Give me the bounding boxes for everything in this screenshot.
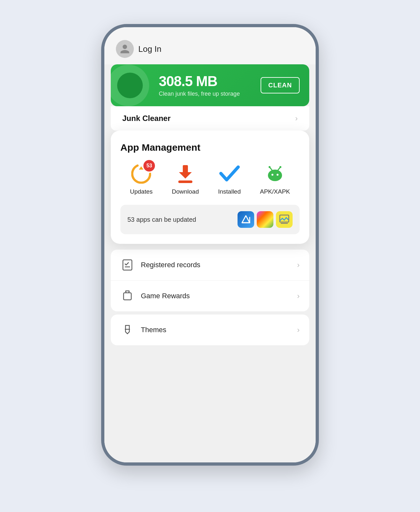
svg-point-5 xyxy=(271,174,273,176)
game-rewards-label: Game Rewards xyxy=(141,292,297,300)
update-banner[interactable]: 53 apps can be updated xyxy=(120,205,300,234)
app-thumb-1-icon xyxy=(240,214,252,225)
phone-frame: Log In 308.5 MB Clean junk files, free u… xyxy=(101,24,319,466)
installed-item[interactable]: Installed xyxy=(218,163,241,195)
updates-icon-wrap: 53 xyxy=(130,163,152,185)
phone-screen: Log In 308.5 MB Clean junk files, free u… xyxy=(104,27,316,462)
list-item-game-rewards[interactable]: Game Rewards › xyxy=(111,281,309,311)
app-thumb-3-icon xyxy=(279,214,290,225)
themes-icon xyxy=(120,323,134,337)
registered-records-label: Registered records xyxy=(141,261,297,269)
app-management-icons: 53 Updates xyxy=(120,163,300,195)
banner-circle-inner xyxy=(117,73,143,98)
svg-marker-11 xyxy=(242,216,250,223)
svg-rect-14 xyxy=(123,260,132,270)
update-notice-text: 53 apps can be updated xyxy=(127,216,196,223)
app-management-title: App Management xyxy=(120,142,300,153)
apk-label: APK/XAPK xyxy=(260,188,290,195)
svg-rect-3 xyxy=(178,180,192,183)
header-row: Log In xyxy=(104,27,316,64)
apk-icon xyxy=(265,164,285,184)
updates-badge: 53 xyxy=(143,160,155,172)
clean-button[interactable]: CLEAN xyxy=(261,77,300,93)
svg-point-9 xyxy=(269,166,271,168)
installed-icon-wrap xyxy=(218,163,241,185)
installed-icon xyxy=(219,164,240,183)
installed-label: Installed xyxy=(218,188,241,195)
junk-banner-text: 308.5 MB Clean junk files, free up stora… xyxy=(159,73,261,97)
svg-marker-2 xyxy=(179,172,192,179)
download-icon-wrap xyxy=(174,163,197,185)
login-label[interactable]: Log In xyxy=(138,44,161,54)
themes-label: Themes xyxy=(141,326,297,334)
svg-point-6 xyxy=(277,174,279,176)
list-section-2: Themes › xyxy=(111,315,309,345)
themes-chevron: › xyxy=(297,325,300,334)
junk-cleaner-label: Junk Cleaner xyxy=(122,114,171,123)
download-label: Download xyxy=(172,188,199,195)
junk-subtitle: Clean junk files, free up storage xyxy=(159,91,261,97)
user-icon xyxy=(119,44,130,54)
list-item-registered-records[interactable]: Registered records › xyxy=(111,250,309,281)
list-section-1: Registered records › Game Rewards › xyxy=(111,250,309,311)
svg-point-4 xyxy=(268,170,282,181)
junk-cleaner-row[interactable]: Junk Cleaner › xyxy=(111,106,309,131)
updates-label: Updates xyxy=(130,188,153,195)
app-management-card: App Management 53 Updates xyxy=(111,131,309,244)
app-thumb-2 xyxy=(257,211,273,228)
download-item[interactable]: Download xyxy=(172,163,199,195)
updates-item[interactable]: 53 Updates xyxy=(130,163,153,195)
app-thumb-1 xyxy=(238,211,254,228)
game-rewards-chevron: › xyxy=(297,292,300,300)
svg-rect-16 xyxy=(124,293,131,300)
junk-banner: 308.5 MB Clean junk files, free up stora… xyxy=(111,64,309,106)
app-thumbnails xyxy=(238,211,293,228)
registered-records-chevron: › xyxy=(297,260,300,269)
registered-records-icon xyxy=(120,258,134,272)
junk-size: 308.5 MB xyxy=(159,73,261,89)
app-thumb-3 xyxy=(276,211,293,228)
game-rewards-icon xyxy=(120,289,134,303)
junk-cleaner-chevron: › xyxy=(295,114,298,123)
svg-point-10 xyxy=(279,166,281,168)
avatar xyxy=(116,40,134,58)
apk-item[interactable]: APK/XAPK xyxy=(260,163,290,195)
download-icon xyxy=(176,164,194,184)
apk-icon-wrap xyxy=(264,163,286,185)
list-item-themes[interactable]: Themes › xyxy=(111,315,309,345)
phone-wrapper: Log In 308.5 MB Clean junk files, free u… xyxy=(98,24,322,488)
